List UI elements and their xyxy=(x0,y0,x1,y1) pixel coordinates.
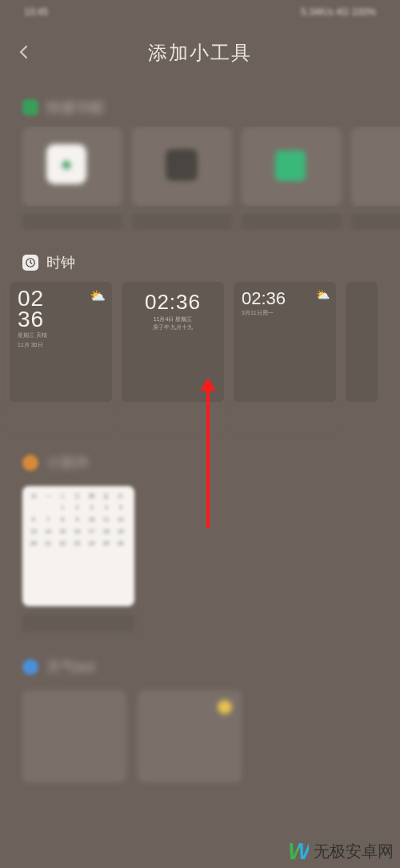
widget-label xyxy=(242,213,342,231)
page-title: 添加小工具 xyxy=(16,40,384,66)
clock-widget-1[interactable]: 02 36 星期三 天晴 11月 30日 ⛅ xyxy=(10,282,112,402)
widget-label xyxy=(10,408,112,428)
weather-widget-row xyxy=(0,686,400,782)
clock-widget-row: 02 36 星期三 天晴 11月 30日 ⛅ 02:36 11月4日 星期三 庚… xyxy=(0,282,400,402)
chevron-left-icon xyxy=(16,44,32,60)
weather-widget-2[interactable] xyxy=(138,690,242,782)
widget-section-icon xyxy=(22,455,38,471)
section-header-weather: 天气led xyxy=(0,649,400,686)
clock1-sub1: 星期三 天晴 xyxy=(18,332,47,340)
weather-widget-1[interactable] xyxy=(22,690,126,782)
sun-cloud-icon: ⛅ xyxy=(90,288,106,303)
widget-label xyxy=(122,408,224,428)
back-button[interactable] xyxy=(16,40,32,66)
status-right: 5.34K/s 4G 100% xyxy=(301,6,376,18)
clock2-time: 02:36 xyxy=(122,290,224,315)
section-title-quick: 快捷功能 xyxy=(46,98,104,117)
section-header-clock: 时钟 xyxy=(0,245,400,282)
clock-widget-2[interactable]: 02:36 11月4日 星期三 庚子年 九月十九 xyxy=(122,282,224,402)
quick-widget-4[interactable] xyxy=(351,127,400,207)
quick-widget-1[interactable]: ♣ xyxy=(22,127,122,207)
quick-widget-2[interactable] xyxy=(132,127,232,207)
watermark: W 无极安卓网 xyxy=(288,839,394,863)
clock-label-row xyxy=(0,408,400,428)
widget-label xyxy=(234,408,336,428)
clock-section-icon xyxy=(22,255,38,271)
header: 添加小工具 xyxy=(0,24,400,90)
section-title-widget: 小部件 xyxy=(46,453,90,472)
calendar-widget[interactable]: 日一二三四五六 12345 6789101112 13141516171819 … xyxy=(22,486,134,606)
sun-icon xyxy=(218,700,232,714)
widget-label xyxy=(22,614,134,632)
quick-widget-row: ♣ xyxy=(0,127,400,207)
section-header-quick: 快捷功能 xyxy=(0,90,400,127)
clock-widget-next[interactable] xyxy=(346,282,378,402)
section-title-weather: 天气led xyxy=(46,657,94,677)
sun-cloud-icon: ⛅ xyxy=(316,288,330,301)
section-title-clock: 时钟 xyxy=(46,253,75,272)
section-header-widget: 小部件 xyxy=(0,445,400,482)
clock-widget-3[interactable]: 02:36 3月11日周一 ⛅ xyxy=(234,282,336,402)
widget-label xyxy=(132,213,232,231)
clock2-sub1: 11月4日 星期三 xyxy=(122,315,224,323)
widget-label xyxy=(351,213,400,231)
status-bar: 10:45 5.34K/s 4G 100% xyxy=(0,0,400,24)
widget-label xyxy=(22,213,122,231)
clock3-sub: 3月11日周一 xyxy=(242,309,328,317)
quick-widget-3[interactable] xyxy=(242,127,342,207)
clock1-min: 36 xyxy=(18,309,47,330)
weather-section-icon xyxy=(22,659,38,675)
quick-label-row xyxy=(0,213,400,231)
watermark-text: 无极安卓网 xyxy=(314,841,394,862)
clock3-time: 02:36 xyxy=(242,288,328,309)
status-time: 10:45 xyxy=(24,6,48,18)
clock2-sub2: 庚子年 九月十九 xyxy=(122,323,224,332)
watermark-logo-icon: W xyxy=(288,839,309,863)
clock1-sub2: 11月 30日 xyxy=(18,341,47,349)
quick-section-icon xyxy=(22,99,38,115)
